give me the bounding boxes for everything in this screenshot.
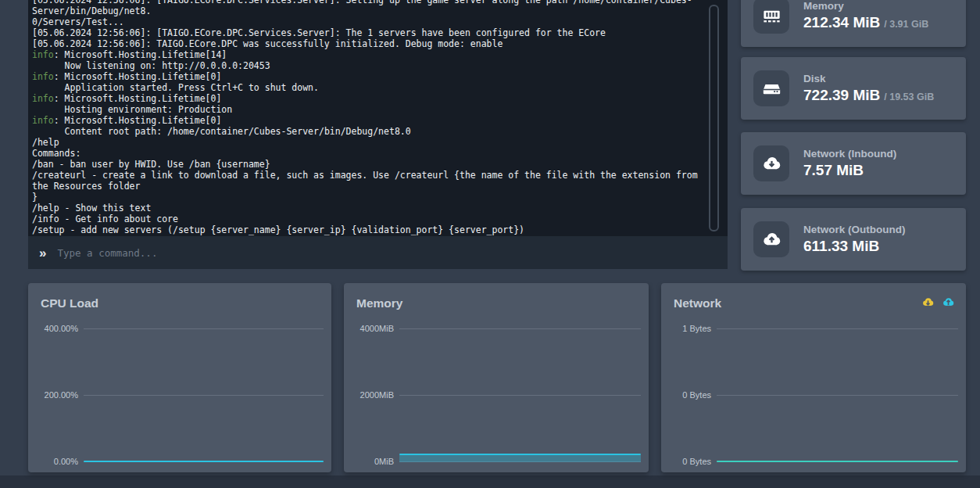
console-line: [05.06.2024 12:56:06]: TAIGO.ECore.DPC w…	[32, 38, 707, 49]
log-level-info: info	[32, 71, 54, 82]
log-level-info: info	[32, 49, 54, 60]
console-output[interactable]: [05.06.2024 12:56:06]: [TAIGO.ECore.DPC.…	[28, 0, 728, 236]
prompt-icon: »	[39, 246, 46, 260]
gridline	[399, 395, 641, 396]
command-bar: »	[28, 236, 728, 269]
stat-value: 7.57 MiB	[803, 162, 864, 179]
network-chart-plot: 1 Bytes 0 Bytes 0 Bytes	[671, 328, 958, 461]
console-line: }	[32, 192, 707, 203]
console-line: /setup - add new servers (/setup {server…	[32, 224, 707, 235]
stat-label: Network (Inbound)	[803, 148, 896, 160]
console-line: /help	[32, 137, 707, 148]
gridline-row: 2000MiB	[353, 390, 641, 400]
chart-title-network: Network	[674, 296, 721, 310]
console-line: Commands:	[32, 148, 707, 159]
stat-card-disk: Disk 722.39 MiB / 19.53 GiB	[741, 57, 966, 120]
stat-card-network-outbound: Network (Outbound) 611.33 MiB	[741, 208, 966, 271]
cloud-download-icon	[753, 145, 789, 181]
gridline-row: 0 Bytes	[671, 390, 958, 400]
y-tick-label: 4000MiB	[353, 324, 399, 333]
cpu-load-series-line	[84, 461, 324, 462]
y-tick-label: 1 Bytes	[671, 324, 717, 333]
memory-chart-plot: 4000MiB 2000MiB 0MiB	[353, 328, 641, 461]
console-line: 0/Servers/Test...	[32, 16, 707, 27]
console-scrollbar-thumb[interactable]	[709, 5, 719, 231]
console-line: [05.06.2024 12:56:06]: [TAIGO.ECore.DPC.…	[32, 27, 707, 38]
y-tick-label: 0 Bytes	[671, 390, 717, 400]
console-panel: [05.06.2024 12:56:06]: [TAIGO.ECore.DPC.…	[28, 0, 728, 236]
console-line: Now listening on: http://0.0.0.0:20453	[32, 60, 707, 71]
gridline-row: 4000MiB	[353, 324, 641, 333]
y-tick-label: 400.00%	[38, 324, 84, 333]
gridline	[717, 395, 958, 396]
console-line: Application started. Press Ctrl+C to shu…	[32, 82, 707, 93]
gridline	[84, 395, 324, 396]
console-line: [05.06.2024 12:56:06]: [TAIGO.ECore.DPC.…	[32, 0, 707, 16]
stat-label: Memory	[803, 0, 928, 12]
console-line: info: Microsoft.Hosting.Lifetime[14]	[32, 49, 707, 60]
gridline	[717, 328, 958, 329]
cpu-chart-plot: 400.00% 200.00% 0.00%	[38, 328, 324, 461]
y-tick-label: 0MiB	[353, 457, 399, 466]
stat-label: Network (Outbound)	[803, 224, 905, 235]
stat-limit: / 3.91 GiB	[884, 19, 928, 30]
console-line: info: Microsoft.Hosting.Lifetime[0]	[32, 71, 707, 82]
memory-chart-panel: Memory 4000MiB 2000MiB 0MiB	[344, 283, 649, 472]
content-area: [05.06.2024 12:56:06]: [TAIGO.ECore.DPC.…	[0, 0, 980, 475]
gridline	[399, 328, 641, 329]
console-line: /createurl - create a link to download a…	[32, 170, 707, 192]
console-line: /info - Get info about core	[32, 214, 707, 224]
cpu-load-chart-panel: CPU Load 400.00% 200.00% 0.00%	[28, 283, 331, 472]
gridline-row: 400.00%	[38, 324, 324, 333]
gridline-row: 1 Bytes	[671, 324, 958, 333]
stat-value: 611.33 MiB	[803, 238, 879, 255]
gridline-row: 200.00%	[38, 390, 324, 400]
stat-value: 722.39 MiB	[803, 87, 880, 104]
chart-title-cpu: CPU Load	[41, 296, 98, 310]
y-tick-label: 0.00%	[38, 457, 84, 466]
console-line: info: Microsoft.Hosting.Lifetime[0]	[32, 93, 707, 104]
chart-title-memory: Memory	[356, 296, 402, 310]
console-line: info: Microsoft.Hosting.Lifetime[0]	[32, 115, 707, 126]
log-level-info: info	[32, 115, 54, 126]
console-line: Hosting environment: Production	[32, 104, 707, 115]
cloud-upload-icon	[753, 221, 789, 257]
console-line: /help - Show this text	[32, 203, 707, 214]
network-chart-panel: Network	[661, 283, 966, 472]
gridline	[84, 328, 324, 329]
console-line: /ban - ban user by HWID. Use /ban {usern…	[32, 159, 707, 170]
disk-icon	[753, 70, 789, 106]
log-level-info: info	[32, 93, 54, 104]
network-chart-legend	[921, 296, 955, 309]
network-series-line	[717, 461, 958, 462]
y-tick-label: 0 Bytes	[671, 457, 717, 466]
stat-label: Disk	[803, 73, 934, 84]
stat-card-memory: Memory 212.34 MiB / 3.91 GiB	[741, 0, 966, 47]
stat-card-network-inbound: Network (Inbound) 7.57 MiB	[741, 132, 966, 195]
server-panel-page: [05.06.2024 12:56:06]: [TAIGO.ECore.DPC.…	[0, 0, 980, 488]
stat-value: 212.34 MiB	[803, 14, 880, 31]
y-tick-label: 2000MiB	[353, 390, 399, 400]
network-outbound-legend-icon[interactable]	[942, 296, 955, 309]
command-input[interactable]	[55, 246, 728, 260]
memory-icon	[753, 0, 789, 34]
memory-series-area-fill	[399, 455, 641, 462]
stat-limit: / 19.53 GiB	[884, 92, 934, 102]
console-line: Content root path: /home/container/Cubes…	[32, 126, 707, 137]
memory-series-line	[399, 454, 641, 455]
y-tick-label: 200.00%	[38, 390, 84, 400]
network-inbound-legend-icon[interactable]	[921, 296, 935, 309]
